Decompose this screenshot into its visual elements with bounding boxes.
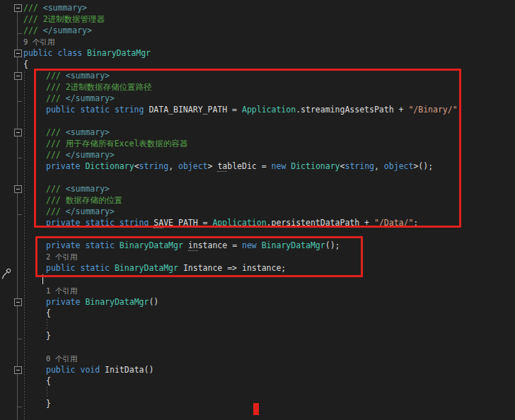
indent-guide [47,387,47,398]
code-line[interactable]: } [0,330,515,342]
fold-region-end-mark [17,339,22,339]
codelens-reference-link[interactable]: 2 个引用 [0,251,515,262]
codelens-reference-link[interactable]: 9 个引用 [0,36,515,47]
code-line[interactable] [0,115,515,127]
indent-guide [47,319,47,330]
code-line[interactable]: { [0,308,515,319]
code-line[interactable]: /// 数据存储的位置 [0,194,515,206]
fold-collapse-toggle[interactable] [14,366,22,374]
code-line[interactable]: /// <summary> [0,183,515,194]
code-line[interactable] [0,228,515,240]
code-line[interactable]: { [0,59,515,70]
fold-collapse-toggle[interactable] [14,72,22,80]
code-line[interactable]: /// </summary> [0,25,515,36]
code-line[interactable]: public class BinaryDataMgr [0,47,515,59]
fold-collapse-toggle[interactable] [14,298,22,306]
code-line[interactable]: /// <summary> [0,2,515,13]
code-editor: /// <summary>/// 2进制数据管理器/// </summary>9… [0,0,515,420]
fold-collapse-toggle[interactable] [14,129,22,136]
fold-collapse-toggle[interactable] [14,185,22,193]
code-line[interactable]: /// 2进制数据存储位置路径 [0,81,515,93]
fold-region-end-mark [17,158,22,158]
code-line[interactable]: /// </summary> [0,206,515,217]
text-caret [42,274,43,284]
fold-region-end-mark [17,33,22,34]
code-line[interactable]: { [0,375,515,387]
code-line[interactable]: /// <summary> [0,70,515,81]
code-line[interactable] [0,342,515,353]
code-line[interactable]: } [0,398,515,409]
code-line[interactable] [0,274,515,285]
codelens-reference-link[interactable]: 1 个引用 [0,285,515,296]
code-line[interactable]: public static string DATA_BINARY_PATH = … [0,104,515,115]
code-line[interactable]: private Dictionary<string, object> table… [0,161,515,172]
code-line[interactable]: private static BinaryDataMgr instance = … [0,240,515,251]
code-line[interactable] [0,319,515,330]
code-line[interactable]: public void InitData() [0,364,515,375]
code-line[interactable] [0,172,515,183]
code-line[interactable]: /// <summary> [0,127,515,138]
code-line[interactable] [0,387,515,398]
codelens-reference-link[interactable]: 0 个引用 [0,353,515,364]
code-area[interactable]: /// <summary>/// 2进制数据管理器/// </summary>9… [0,2,515,420]
code-line[interactable]: private BinaryDataMgr() [0,296,515,308]
code-line[interactable]: /// 用于存储所有Excel表数据的容器 [0,138,515,149]
code-line[interactable]: /// 2进制数据管理器 [0,13,515,25]
quick-actions-screwdriver-icon[interactable] [1,268,11,282]
code-line[interactable]: private static string SAVE_PATH = Applic… [0,217,515,228]
fold-region-end-mark [17,407,22,407]
fold-collapse-toggle[interactable] [14,4,22,12]
indent-guide [24,71,25,420]
fold-collapse-toggle[interactable] [14,49,22,57]
code-line[interactable]: /// </summary> [0,149,515,161]
code-line[interactable] [0,409,515,420]
fold-region-end-mark [17,214,22,215]
code-line[interactable]: /// </summary> [0,93,515,104]
code-line[interactable]: public static BinaryDataMgr Instance => … [0,262,515,274]
fold-region-end-mark [17,101,22,102]
